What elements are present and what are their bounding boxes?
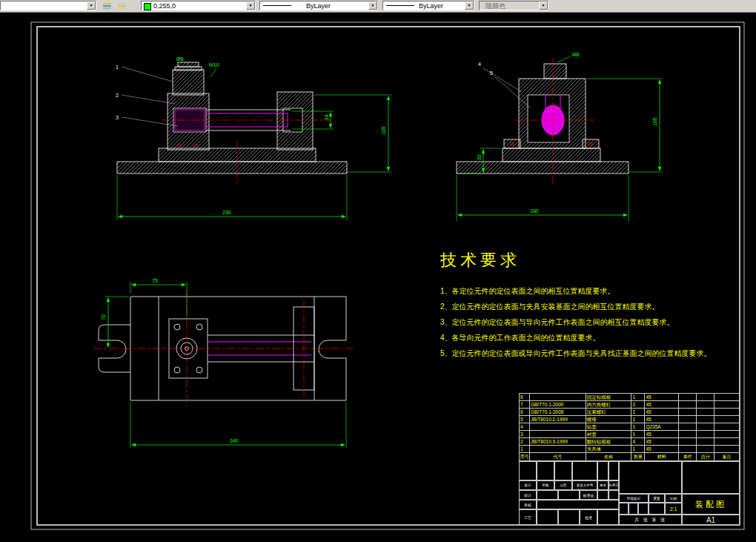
properties-toolbar: ▼ 0,255,0 ▼ ByLayer ▼ ByLayer ▼ 随颜色 ▼ bbox=[0, 0, 756, 13]
color-combo[interactable]: 0,255,0 ▼ bbox=[141, 1, 256, 10]
svg-text:180: 180 bbox=[530, 208, 539, 214]
layers-icon bbox=[103, 3, 111, 10]
svg-text:3: 3 bbox=[116, 115, 119, 120]
make-object-layer-current-button[interactable] bbox=[116, 1, 129, 10]
revision-header-date: 年月日 bbox=[609, 480, 619, 490]
stage-cell bbox=[629, 503, 638, 515]
sheet-size: A1 bbox=[682, 515, 740, 525]
parts-list-header: 序号代号名称数量材料单件总计备注 bbox=[520, 452, 740, 461]
std-sign-cell bbox=[597, 490, 609, 500]
svg-text:75: 75 bbox=[152, 278, 158, 283]
lineweight-sample bbox=[386, 5, 414, 6]
tech-req-item: 1、各定位元件的定位表面之间的相互位置精度要求。 bbox=[440, 283, 712, 299]
chevron-down-icon[interactable]: ▼ bbox=[246, 1, 255, 10]
chevron-down-icon[interactable]: ▼ bbox=[87, 1, 96, 10]
svg-text:Ø8: Ø8 bbox=[176, 56, 183, 62]
parts-row: 2JB/T8010.9-1999翻转钻模板445 bbox=[520, 437, 740, 445]
revision-cell bbox=[572, 461, 597, 480]
linetype-combo[interactable]: ByLayer ▼ bbox=[259, 1, 378, 10]
plan-view-dimensions[interactable]: 75 70 340 bbox=[101, 278, 346, 448]
linetype-combo-value: ByLayer bbox=[306, 2, 331, 10]
scale-label: 比例 bbox=[665, 494, 682, 503]
svg-text:M10: M10 bbox=[209, 62, 219, 67]
front-view-dimensions[interactable]: 230 105 24 Ø8 M10 bbox=[117, 56, 391, 220]
revision-cell bbox=[554, 461, 572, 480]
parts-row: 8固定钻模板145 bbox=[520, 393, 740, 400]
stage-mark-label: 阶段标记 bbox=[619, 494, 649, 503]
check-label: 审核 bbox=[519, 500, 537, 509]
side-view-geometry[interactable] bbox=[457, 64, 629, 173]
revision-header-count: 处数 bbox=[537, 480, 554, 490]
layer-stack-icon bbox=[118, 3, 126, 10]
weight-label: 重量 bbox=[649, 494, 665, 503]
standardization-label: 标准化 bbox=[580, 490, 597, 500]
design-label: 设计 bbox=[519, 490, 537, 500]
chevron-down-icon: ▼ bbox=[539, 1, 548, 10]
revision-header-mark: 标记 bbox=[519, 480, 537, 490]
revision-header-zone: 分区 bbox=[554, 480, 572, 490]
lineweight-combo-value: ByLayer bbox=[419, 2, 443, 10]
parts-row: 4钻套1Q235A bbox=[520, 423, 740, 430]
parts-row: 5JB/T8010.2-1999螺母145 bbox=[520, 415, 740, 423]
revision-header-docno: 更改文件号 bbox=[572, 480, 597, 490]
parts-list[interactable]: 8固定钻模板145 7GB/T70.1-2000内六角螺钉245 6GB/T70… bbox=[519, 393, 740, 461]
weight-cell bbox=[649, 503, 665, 515]
front-view-geometry[interactable] bbox=[117, 62, 347, 173]
plot-style-combo: 随颜色 ▼ bbox=[479, 1, 548, 10]
tech-req-title: 技术要求 bbox=[440, 249, 712, 271]
revision-cell bbox=[597, 461, 609, 480]
lineweight-combo[interactable]: ByLayer ▼ bbox=[382, 1, 474, 10]
drawing-name: 装配图 bbox=[682, 494, 740, 515]
svg-text:105: 105 bbox=[652, 117, 657, 126]
layer-properties-button[interactable] bbox=[101, 1, 114, 10]
tech-req-item: 3、定位元件的定位表面与导向元件工作表面之间的相互位置精度要求。 bbox=[440, 314, 712, 330]
svg-text:1: 1 bbox=[116, 65, 119, 70]
svg-text:340: 340 bbox=[230, 438, 239, 443]
color-combo-value: 0,255,0 bbox=[153, 2, 176, 10]
svg-text:230: 230 bbox=[222, 210, 231, 215]
revision-header-sign: 签名 bbox=[597, 480, 609, 490]
revision-cell bbox=[609, 461, 619, 480]
tech-req-item: 2、定位元件的定位表面与夹具安装基面之间的相互位置精度要求。 bbox=[440, 299, 712, 314]
svg-text:105: 105 bbox=[381, 126, 386, 135]
parts-row: 7GB/T70.1-2000内六角螺钉245 bbox=[520, 400, 740, 408]
std-date-cell bbox=[609, 490, 619, 500]
stage-cell bbox=[619, 503, 629, 515]
empty-cell bbox=[619, 461, 682, 494]
svg-text:4: 4 bbox=[478, 62, 481, 67]
revision-cell bbox=[537, 461, 554, 480]
tech-req-item: 5、定位元件的定位表面或导向元件工作表面与夹具找正基面之间的位置精度要求。 bbox=[440, 346, 712, 361]
stage-cell bbox=[638, 503, 649, 515]
parts-row: 6GB/T70.1-2008压紧螺钉145 bbox=[520, 408, 740, 415]
linetype-sample bbox=[263, 5, 291, 6]
plot-style-value: 随颜色 bbox=[485, 2, 505, 10]
approve-label: 批准 bbox=[580, 509, 597, 525]
tech-req-item: 4、各导向元件的工作表面之间的位置精度要求。 bbox=[440, 330, 712, 346]
technical-requirements[interactable]: 技术要求 1、各定位元件的定位表面之间的相互位置精度要求。 2、定位元件的定位表… bbox=[440, 249, 712, 361]
parts-row: 3衬套145 bbox=[520, 430, 740, 437]
svg-text:24: 24 bbox=[324, 114, 329, 120]
chevron-down-icon[interactable]: ▼ bbox=[465, 1, 474, 10]
title-block[interactable]: 标记 处数 分区 更改文件号 签名 年月日 设计 标准化 审核 工艺 批准 阶段… bbox=[519, 461, 740, 525]
approve-cell bbox=[597, 509, 619, 525]
scale-value: 2:1 bbox=[665, 503, 682, 515]
svg-text:M8: M8 bbox=[572, 52, 580, 57]
revision-cell bbox=[519, 461, 537, 480]
svg-text:32: 32 bbox=[477, 154, 482, 160]
chevron-down-icon[interactable]: ▼ bbox=[368, 1, 377, 10]
svg-text:2: 2 bbox=[116, 93, 119, 98]
process-cell bbox=[558, 509, 580, 525]
parts-row: 1夹具体145 bbox=[520, 445, 740, 452]
design-date-cell bbox=[558, 490, 580, 500]
design-sign-cell bbox=[537, 490, 558, 500]
layer-combo[interactable]: ▼ bbox=[0, 1, 96, 10]
svg-text:5: 5 bbox=[490, 70, 493, 76]
sheet-info: 共 张 第 张 bbox=[619, 515, 682, 525]
process-label: 工艺 bbox=[519, 509, 537, 525]
svg-text:70: 70 bbox=[101, 314, 106, 320]
plan-view-centerlines[interactable] bbox=[93, 291, 354, 406]
process-cell bbox=[537, 509, 558, 525]
check-cell bbox=[537, 500, 619, 509]
color-swatch bbox=[144, 3, 151, 10]
drawing-number-cell bbox=[682, 461, 740, 494]
